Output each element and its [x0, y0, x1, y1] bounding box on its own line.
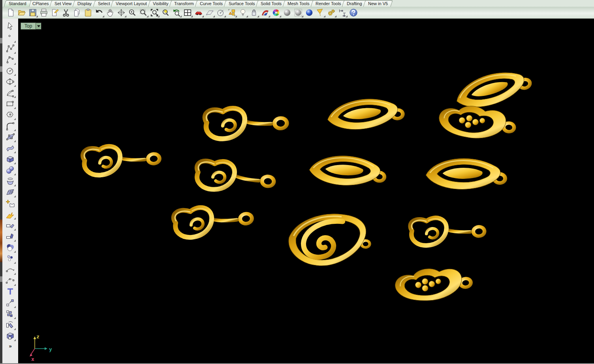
copy-objects-icon[interactable]	[6, 309, 15, 319]
lamp-icon[interactable]	[238, 8, 248, 18]
new-document-icon[interactable]	[6, 8, 16, 18]
zoom-extents-icon[interactable]	[149, 8, 160, 18]
named-view-car-icon[interactable]	[194, 8, 204, 18]
ghosted-sphere-icon[interactable]	[293, 8, 303, 18]
split-icon[interactable]	[6, 232, 15, 241]
point-icon[interactable]	[6, 33, 15, 42]
tab-surface-tools[interactable]: Surface Tools	[224, 0, 260, 7]
tab-standard[interactable]: Standard	[4, 0, 31, 7]
curved-surface-icon[interactable]	[6, 143, 15, 153]
undo-view-icon[interactable]	[171, 8, 182, 18]
help-icon[interactable]	[348, 8, 359, 18]
extend-curve-icon[interactable]	[6, 265, 15, 274]
pan-hand-icon[interactable]	[105, 8, 115, 18]
zoom-selected-icon[interactable]	[160, 8, 171, 18]
tab-label: Viewport Layout	[116, 1, 147, 6]
revolve-icon[interactable]	[6, 176, 15, 186]
zoom-window-icon[interactable]	[138, 8, 148, 18]
axis-z-label: z	[36, 334, 39, 340]
pendant-model[interactable]	[173, 201, 255, 239]
tab-label: Set View	[55, 1, 71, 6]
pendant-model[interactable]	[452, 65, 534, 113]
viewport-3d-scene[interactable]: z y x	[18, 19, 594, 363]
select-cursor-icon[interactable]	[6, 22, 15, 31]
tab-new-in-v5[interactable]: New in V5	[363, 0, 393, 7]
pendant-model[interactable]	[205, 105, 290, 140]
pendant-model[interactable]	[394, 263, 474, 304]
pendant-model[interactable]	[410, 215, 487, 246]
save-icon[interactable]	[28, 8, 38, 18]
viewport-menu-dropdown[interactable]	[36, 23, 41, 30]
tab-curve-tools[interactable]: Curve Tools	[195, 0, 227, 7]
paste-icon[interactable]	[83, 8, 93, 18]
rectangle-icon[interactable]	[6, 99, 15, 109]
viewport-layout-icon[interactable]	[182, 8, 193, 18]
cut-icon[interactable]	[61, 8, 71, 18]
tab-label: Transform	[174, 1, 194, 6]
ellipse-icon[interactable]	[6, 77, 15, 86]
tab-mesh-tools[interactable]: Mesh Tools	[283, 0, 315, 7]
tab-transform[interactable]: Transform	[169, 0, 199, 7]
boolean-difference-icon[interactable]	[6, 331, 15, 341]
cone-funnel-icon[interactable]	[315, 8, 325, 18]
tab-label: Standard	[9, 1, 26, 6]
copy-icon[interactable]	[72, 8, 82, 18]
fillet-curve-icon[interactable]	[6, 121, 15, 131]
circle-center-icon[interactable]	[216, 8, 226, 18]
dimension-icon[interactable]	[337, 8, 348, 18]
tab-viewport-layout[interactable]: Viewport Layout	[111, 0, 152, 7]
options-gears-icon[interactable]	[326, 8, 336, 18]
pendant-model[interactable]	[308, 153, 388, 189]
pendant-model[interactable]	[326, 96, 406, 132]
puzzle-icon[interactable]	[6, 199, 15, 208]
osnap-shapes-icon[interactable]	[227, 8, 237, 18]
pendant-model[interactable]	[425, 157, 508, 191]
sidebar-more-tools[interactable]: »	[9, 343, 11, 349]
boolean-union-icon[interactable]	[6, 243, 15, 252]
viewport-canvas[interactable]: Top	[18, 19, 594, 363]
rebuild-curve-icon[interactable]	[6, 276, 15, 285]
color-wheel-icon[interactable]	[271, 8, 281, 18]
circle-icon[interactable]	[6, 66, 15, 75]
shaded-sphere-icon[interactable]	[282, 8, 292, 18]
polyline-icon[interactable]	[6, 44, 15, 53]
lock-icon[interactable]	[249, 8, 259, 18]
tab-label: Display	[77, 1, 92, 6]
pendant-model[interactable]	[438, 104, 517, 141]
trim-icon[interactable]	[6, 221, 15, 230]
toolbar-icons	[2, 7, 594, 19]
tab-label: CPlanes	[32, 1, 49, 6]
open-folder-icon[interactable]	[17, 8, 27, 18]
zoom-in-icon[interactable]	[127, 8, 137, 18]
rendered-sphere-icon[interactable]	[304, 8, 314, 18]
tab-label: Mesh Tools	[288, 1, 309, 6]
text-icon[interactable]	[6, 287, 15, 296]
tab-render-tools[interactable]: Render Tools	[310, 0, 346, 7]
cplane-icon[interactable]	[205, 8, 215, 18]
axis-indicator: z y x	[30, 334, 52, 362]
mesh-icon[interactable]	[6, 188, 15, 197]
tab-label: Curve Tools	[200, 1, 223, 6]
polygon-icon[interactable]	[6, 110, 15, 120]
rotate-objects-icon[interactable]	[6, 320, 15, 330]
pendant-model[interactable]	[288, 212, 372, 267]
spheres-icon[interactable]	[6, 165, 15, 175]
rotate-view-icon[interactable]	[116, 8, 126, 18]
clipped-toolbar-fragment	[0, 220, 2, 262]
arc-icon[interactable]	[6, 88, 15, 98]
explode-icon[interactable]	[6, 210, 15, 219]
undo-icon[interactable]	[94, 8, 104, 18]
curve-icon[interactable]	[6, 55, 15, 64]
tab-label: Select	[98, 1, 110, 6]
points-group-icon[interactable]	[6, 254, 15, 263]
box-icon[interactable]	[6, 154, 15, 164]
layer-fan-icon[interactable]	[260, 8, 270, 18]
move-icon[interactable]	[6, 298, 15, 308]
viewport-title[interactable]: Top	[21, 23, 36, 30]
properties-page-icon[interactable]	[50, 8, 60, 18]
surface-cp-icon[interactable]	[6, 132, 15, 142]
tab-solid-tools[interactable]: Solid Tools	[256, 0, 287, 7]
pendant-model[interactable]	[82, 142, 162, 176]
pendant-model[interactable]	[195, 160, 277, 194]
print-icon[interactable]	[39, 8, 49, 18]
